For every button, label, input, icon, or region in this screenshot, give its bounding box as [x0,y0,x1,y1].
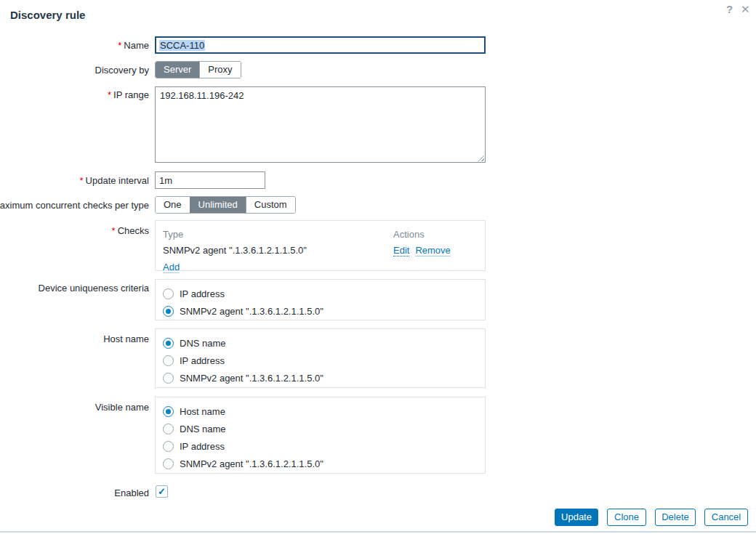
required-mark: * [118,40,121,51]
discovery-by-label: Discovery by [95,65,149,76]
ip-range-field-wrap: 192.168.11.196-242 [155,86,486,163]
checkmark-icon: ✓ [158,486,166,497]
max-checks-option-unlimited[interactable]: Unlimited [190,197,246,213]
radio-unselected-icon[interactable] [163,458,174,469]
help-icon[interactable]: ? [726,3,733,15]
radio-option-label[interactable]: Host name [180,406,225,417]
name-input-value: SCCA-110 [159,40,205,51]
max-checks-option-custom[interactable]: Custom [246,197,295,213]
radio-selected-icon[interactable] [163,306,174,317]
checks-column-actions: Actions [393,229,425,240]
checks-header-row: Type Actions [163,226,478,242]
update-interval-label: *Update interval [79,175,149,186]
name-label: *Name [118,40,149,51]
checks-column-type: Type [163,229,393,240]
checks-label: *Checks [112,225,149,236]
device-uniqueness-label: Device uniqueness criteria [39,283,149,294]
host-name-groupbox: DNS name IP address SNMPv2 agent ".1.3.6… [155,328,486,388]
required-mark: * [79,175,83,186]
max-checks-option-one[interactable]: One [156,197,190,213]
cancel-button[interactable]: Cancel [704,509,748,526]
discovery-by-option-proxy[interactable]: Proxy [199,62,240,78]
enabled-label: Enabled [114,488,149,498]
delete-button[interactable]: Delete [655,509,696,526]
max-checks-segmented-control: One Unlimited Custom [155,196,296,214]
radio-option-label[interactable]: IP address [180,288,225,299]
update-button[interactable]: Update [555,509,598,526]
radio-option-dns-name[interactable]: DNS name [163,420,478,437]
visible-name-groupbox: Host name DNS name IP address SNMPv2 age… [155,397,486,474]
radio-unselected-icon[interactable] [163,373,174,384]
check-add-link[interactable]: Add [163,262,180,273]
radio-option-label[interactable]: IP address [180,441,225,452]
radio-option-snmpv2-agent[interactable]: SNMPv2 agent ".1.3.6.1.2.1.1.5.0" [163,302,478,320]
radio-option-label[interactable]: DNS name [180,338,226,349]
radio-option-snmpv2-agent[interactable]: SNMPv2 agent ".1.3.6.1.2.1.1.5.0" [163,369,478,387]
discovery-by-option-server[interactable]: Server [156,62,199,78]
visible-name-label: Visible name [95,402,149,413]
radio-option-label[interactable]: SNMPv2 agent ".1.3.6.1.2.1.1.5.0" [180,458,323,469]
ip-range-textarea[interactable]: 192.168.11.196-242 [155,86,486,163]
clone-button[interactable]: Clone [607,509,646,526]
radio-option-snmpv2-agent[interactable]: SNMPv2 agent ".1.3.6.1.2.1.1.5.0" [163,455,478,472]
radio-option-label[interactable]: IP address [180,355,225,366]
radio-selected-icon[interactable] [163,406,174,417]
checks-groupbox: Type Actions SNMPv2 agent ".1.3.6.1.2.1.… [155,220,486,271]
check-edit-link[interactable]: Edit [393,245,409,256]
discovery-by-segmented-control: Server Proxy [155,61,241,78]
update-interval-input[interactable] [155,171,265,189]
radio-option-ip-address[interactable]: IP address [163,285,478,302]
radio-option-ip-address[interactable]: IP address [163,352,478,369]
host-name-label: Host name [103,333,149,344]
radio-option-dns-name[interactable]: DNS name [163,334,478,352]
name-input[interactable]: SCCA-110 [155,36,486,54]
radio-unselected-icon[interactable] [163,441,174,452]
check-remove-link[interactable]: Remove [415,245,450,256]
page-title: Discovery rule [10,9,85,21]
radio-unselected-icon[interactable] [163,424,174,434]
radio-option-host-name[interactable]: Host name [163,402,478,420]
radio-unselected-icon[interactable] [163,288,174,299]
check-type-value: SNMPv2 agent ".1.3.6.1.2.1.1.5.0" [163,245,393,256]
required-mark: * [112,225,116,236]
radio-option-ip-address[interactable]: IP address [163,437,478,455]
radio-unselected-icon[interactable] [163,355,174,366]
radio-option-label[interactable]: DNS name [180,424,226,434]
ip-range-label: *IP range [108,89,149,100]
table-row: SNMPv2 agent ".1.3.6.1.2.1.1.5.0" EditRe… [163,242,478,258]
required-mark: * [108,89,111,100]
device-uniqueness-groupbox: IP address SNMPv2 agent ".1.3.6.1.2.1.1.… [155,279,486,320]
close-icon[interactable]: ✕ [741,3,750,16]
radio-selected-icon[interactable] [163,338,174,349]
enabled-checkbox[interactable]: ✓ [156,485,168,498]
bottom-divider [0,531,756,533]
radio-option-label[interactable]: SNMPv2 agent ".1.3.6.1.2.1.1.5.0" [180,373,323,384]
max-checks-label: Maximum concurrent checks per type [0,200,149,211]
radio-option-label[interactable]: SNMPv2 agent ".1.3.6.1.2.1.1.5.0" [180,306,323,317]
